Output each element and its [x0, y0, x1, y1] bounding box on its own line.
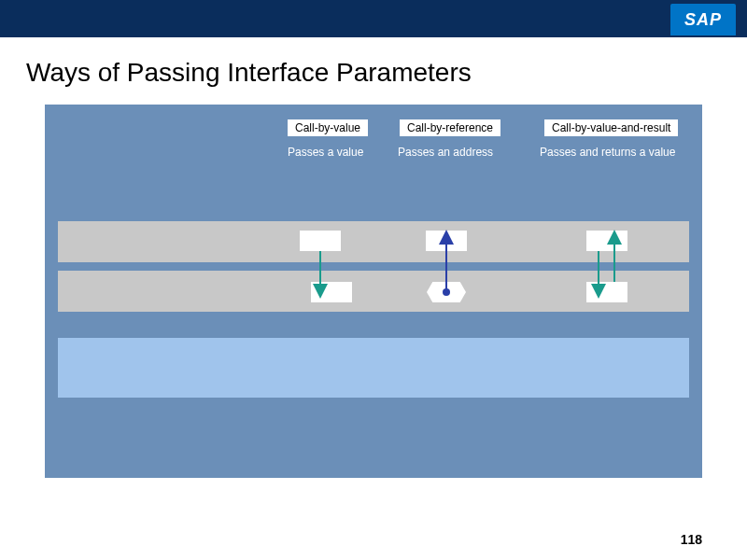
header-bar: SAP	[0, 0, 747, 35]
col3-subtext: Passes and returns a value	[540, 146, 675, 159]
divider-line	[0, 35, 747, 37]
col2-label: Call-by-reference	[400, 119, 500, 136]
col3-box-bottom	[586, 282, 627, 302]
result-band	[58, 338, 689, 398]
col2-hex-bottom	[427, 282, 466, 302]
col1-box-bottom	[311, 282, 352, 302]
page-number: 118	[681, 532, 702, 547]
col1-label: Call-by-value	[288, 119, 368, 136]
diagram-area: Call-by-value Call-by-reference Call-by-…	[45, 105, 702, 478]
page-title: Ways of Passing Interface Parameters	[26, 58, 747, 88]
col3-box-top	[586, 231, 627, 251]
col1-box-top	[300, 231, 341, 251]
col3-label: Call-by-value-and-result	[544, 119, 678, 136]
logo-text: SAP	[684, 10, 722, 30]
sap-logo: SAP	[670, 4, 736, 35]
col1-subtext: Passes a value	[288, 146, 363, 159]
col2-subtext: Passes an address	[398, 146, 493, 159]
col2-box-top	[426, 231, 467, 251]
